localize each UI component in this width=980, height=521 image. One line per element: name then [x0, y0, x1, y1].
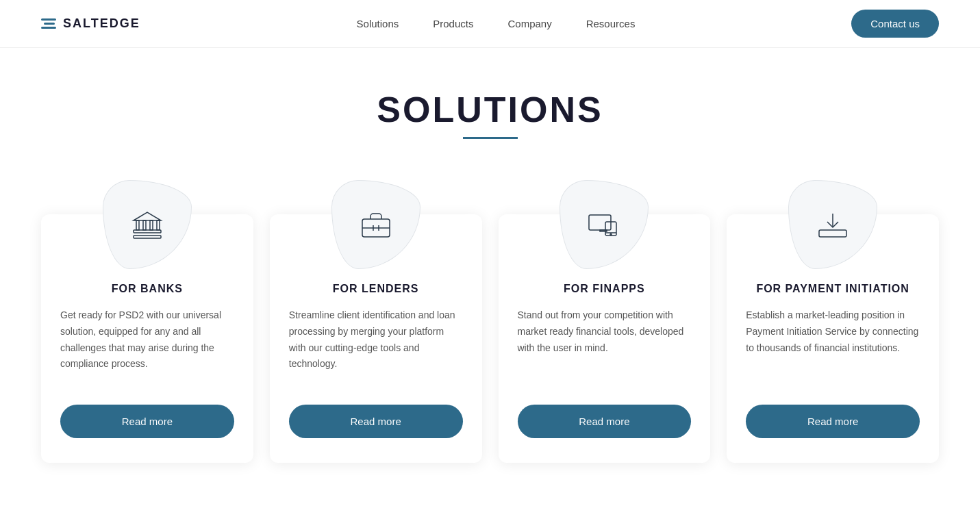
download-tray-icon-wrapper — [788, 180, 877, 269]
nav-products[interactable]: Products — [433, 18, 473, 29]
card-finapps-read-more[interactable]: Read more — [518, 405, 692, 438]
card-lenders-desc: Streamline client identification and loa… — [289, 307, 463, 383]
svg-rect-2 — [136, 220, 139, 230]
nav-solutions[interactable]: Solutions — [357, 18, 399, 29]
card-finapps-title: FOR FINAPPS — [518, 283, 692, 295]
contact-button[interactable]: Contact us — [851, 10, 939, 38]
devices-icon-wrapper — [560, 180, 649, 269]
nav-resources[interactable]: Resources — [586, 18, 636, 29]
cards-container: FOR BANKS Get ready for PSD2 with our un… — [41, 173, 939, 463]
card-banks-title: FOR BANKS — [60, 283, 234, 295]
logo[interactable]: SALTEDGE — [41, 16, 140, 31]
card-lenders-read-more[interactable]: Read more — [289, 405, 463, 438]
card-lenders-title: FOR LENDERS — [289, 283, 463, 295]
svg-rect-11 — [589, 215, 611, 230]
card-payment-title: FOR PAYMENT INITIATION — [746, 283, 920, 295]
page-title: SOLUTIONS — [41, 89, 939, 130]
bank-icon — [128, 205, 166, 244]
bank-icon-wrapper — [103, 180, 192, 269]
logo-icon — [41, 18, 56, 29]
svg-rect-1 — [134, 236, 161, 238]
svg-rect-3 — [143, 220, 146, 230]
svg-rect-16 — [819, 230, 846, 237]
card-payment-read-more[interactable]: Read more — [746, 405, 920, 438]
briefcase-icon — [357, 205, 395, 244]
header: SALTEDGE Solutions Products Company Reso… — [0, 0, 980, 48]
download-tray-icon — [814, 205, 852, 244]
svg-marker-6 — [134, 212, 161, 220]
devices-icon — [585, 205, 623, 244]
nav-company[interactable]: Company — [507, 18, 551, 29]
main-nav: Solutions Products Company Resources — [357, 18, 636, 29]
card-finapps-desc: Stand out from your competition with mar… — [518, 307, 692, 383]
card-payment-desc: Establish a market-leading position in P… — [746, 307, 920, 383]
card-lenders: FOR LENDERS Streamline client identifica… — [270, 214, 482, 463]
title-underline — [463, 137, 518, 139]
card-banks: FOR BANKS Get ready for PSD2 with our un… — [41, 214, 253, 463]
card-banks-read-more[interactable]: Read more — [60, 405, 234, 438]
main-content: SOLUTIONS FOR BANKS Get ready for PSD2 w… — [0, 48, 980, 490]
briefcase-icon-wrapper — [331, 180, 420, 269]
card-finapps: FOR FINAPPS Stand out from your competit… — [499, 214, 711, 463]
card-payment: FOR PAYMENT INITIATION Establish a marke… — [727, 214, 939, 463]
svg-rect-4 — [150, 220, 153, 230]
card-banks-desc: Get ready for PSD2 with our universal so… — [60, 307, 234, 383]
svg-rect-5 — [157, 220, 160, 230]
logo-text: SALTEDGE — [63, 16, 140, 31]
svg-point-15 — [610, 234, 612, 236]
